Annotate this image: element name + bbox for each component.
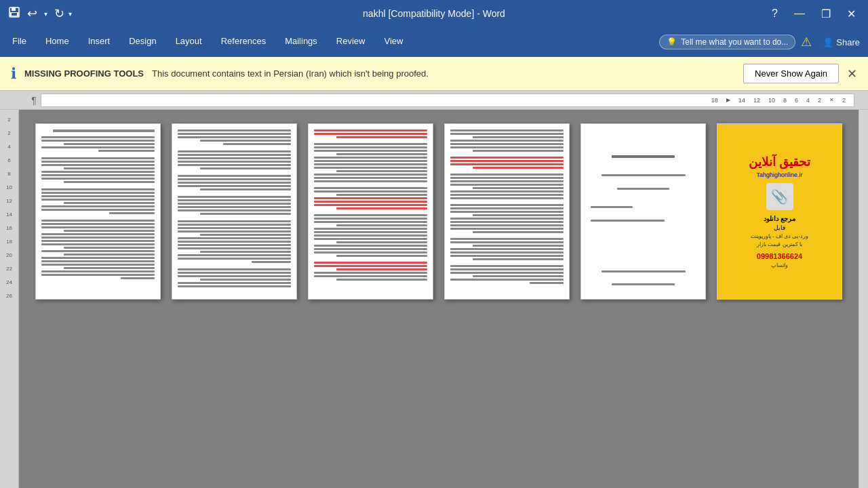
page-5-content: [581, 124, 705, 299]
page-2-content: [172, 124, 296, 293]
ribbon: File Home Insert Design Layout Reference…: [0, 27, 868, 57]
tab-home[interactable]: Home: [36, 27, 79, 57]
tab-references[interactable]: References: [212, 27, 275, 57]
ruler-num-12: 12: [753, 97, 760, 104]
tell-me-box[interactable]: 💡 Tell me what you want to do...: [659, 35, 795, 49]
vruler-6: 6: [7, 153, 10, 167]
notification-message: This document contains text in Persian (…: [152, 68, 735, 79]
ruler-num-8: 8: [783, 97, 787, 104]
save-button[interactable]: [5, 5, 23, 23]
vruler-22: 22: [6, 262, 12, 275]
vertical-scrollbar[interactable]: [859, 110, 868, 488]
tab-insert[interactable]: Insert: [79, 27, 120, 57]
title-bar-left: ↩ ▾ ↻ ▾: [5, 5, 72, 23]
vertical-ruler: 2 2 4 6 8 10 12 14 16 18 20 22 24 26: [0, 110, 19, 488]
ad-icon: 📎: [766, 183, 793, 210]
vertical-ruler-numbers: 2 2 4 6 8 10 12 14 16 18 20 22 24 26: [6, 113, 12, 302]
save-icon: [8, 6, 20, 18]
page-4[interactable]: [444, 123, 570, 300]
tab-mailings[interactable]: Mailings: [275, 27, 327, 57]
ruler-num-4: 4: [806, 97, 810, 104]
ad-line4: با کمترین قیمت بازار: [757, 241, 802, 247]
close-button[interactable]: ✕: [840, 5, 863, 23]
tell-me-text: Tell me what you want to do...: [681, 37, 788, 47]
notification-close-button[interactable]: ✕: [847, 66, 857, 81]
info-icon: ℹ: [11, 65, 16, 83]
person-icon: 👤: [823, 37, 833, 47]
page-5[interactable]: [580, 123, 706, 300]
page-3-content: [309, 124, 433, 286]
ruler-triangle-right: ✕: [829, 97, 834, 103]
ruler-num-18: 18: [711, 97, 718, 104]
undo-dropdown[interactable]: ▾: [41, 9, 50, 19]
ad-line2: فایل: [774, 224, 785, 231]
undo-button[interactable]: ↩: [24, 5, 40, 22]
ad-title: تحقیق آنلاین: [749, 155, 810, 169]
vruler-2: 2: [7, 113, 10, 126]
main-area: 2 2 4 6 8 10 12 14 16 18 20 22 24 26: [0, 110, 868, 488]
page-3[interactable]: [308, 123, 433, 300]
ribbon-right: 💡 Tell me what you want to do... ⚠ 👤 Sha…: [659, 35, 865, 50]
horizontal-ruler: ¶ 18 ▶ 14 12 10 8 6 4 2 ✕ 2: [0, 91, 868, 110]
ruler-bar: 18 ▶ 14 12 10 8 6 4 2 ✕ 2: [41, 94, 854, 107]
ad-whatsapp: واتساپ: [771, 262, 788, 268]
tab-layout[interactable]: Layout: [166, 27, 212, 57]
share-button[interactable]: 👤 Share: [817, 35, 865, 50]
ad-line1: مرجع دانلود: [764, 215, 795, 222]
ruler-num-10: 10: [768, 97, 775, 104]
svg-rect-1: [12, 7, 16, 11]
vruler-2b: 2: [7, 126, 10, 140]
page-1-content: [36, 124, 160, 285]
vruler-16: 16: [6, 221, 12, 235]
title-bar-controls: ? — ❐ ✕: [765, 5, 863, 23]
page-6-ad[interactable]: تحقیق آنلاین Tahghighonline.ir 📎 مرجع دا…: [717, 123, 842, 300]
svg-rect-3: [12, 13, 17, 16]
document-canvas[interactable]: تحقیق آنلاین Tahghighonline.ir 📎 مرجع دا…: [19, 110, 859, 488]
ad-content: تحقیق آنلاین Tahghighonline.ir 📎 مرجع دا…: [723, 129, 836, 293]
vruler-12: 12: [6, 194, 12, 207]
ad-url: Tahghighonline.ir: [756, 171, 802, 178]
paragraph-mark-icon[interactable]: ¶: [27, 95, 41, 106]
page-4-content: [445, 124, 569, 289]
share-label: Share: [836, 37, 860, 47]
page-1[interactable]: [35, 123, 161, 300]
quick-access-toolbar: ↩ ▾ ↻ ▾: [5, 5, 72, 23]
page-2[interactable]: [172, 123, 297, 300]
minimize-button[interactable]: —: [787, 5, 812, 22]
vruler-4: 4: [7, 140, 10, 153]
ad-phone: 09981366624: [757, 252, 802, 260]
vruler-26: 26: [6, 289, 12, 302]
vruler-20: 20: [6, 248, 12, 262]
ruler-num-2b: 2: [842, 97, 846, 104]
ruler-triangle-left: ▶: [726, 97, 730, 103]
title-bar: ↩ ▾ ↻ ▾ nakhl [Compatibility Mode] - Wor…: [0, 0, 868, 27]
notification-title: MISSING PROOFING TOOLS: [24, 68, 144, 79]
vruler-10: 10: [6, 180, 12, 194]
never-show-again-button[interactable]: Never Show Again: [743, 64, 839, 83]
redo-button[interactable]: ↻: [52, 5, 67, 22]
notification-bar: ℹ MISSING PROOFING TOOLS This document c…: [0, 57, 868, 91]
ruler-num-6: 6: [795, 97, 798, 104]
tab-review[interactable]: Review: [327, 27, 375, 57]
vruler-18: 18: [6, 235, 12, 248]
tab-view[interactable]: View: [374, 27, 412, 57]
tab-file[interactable]: File: [3, 27, 36, 57]
tab-design[interactable]: Design: [119, 27, 165, 57]
vruler-24: 24: [6, 275, 12, 289]
vruler-14: 14: [6, 207, 12, 221]
vruler-8: 8: [7, 167, 10, 180]
lightbulb-icon: 💡: [667, 37, 677, 47]
warning-icon: ⚠: [801, 35, 812, 49]
ruler-num-2: 2: [818, 97, 821, 104]
ad-line3: ورد-پی دی اف - پاورپوینت: [751, 233, 808, 239]
pages-row: تحقیق آنلاین Tahghighonline.ir 📎 مرجع دا…: [35, 123, 842, 300]
help-button[interactable]: ?: [765, 5, 785, 22]
restore-button[interactable]: ❐: [814, 5, 837, 23]
window-title: nakhl [Compatibility Mode] - Word: [363, 8, 505, 19]
ruler-numbers: 18 ▶ 14 12 10 8 6 4 2 ✕ 2: [44, 97, 851, 104]
ruler-num-14: 14: [738, 97, 745, 104]
qat-dropdown[interactable]: ▾: [68, 10, 72, 18]
